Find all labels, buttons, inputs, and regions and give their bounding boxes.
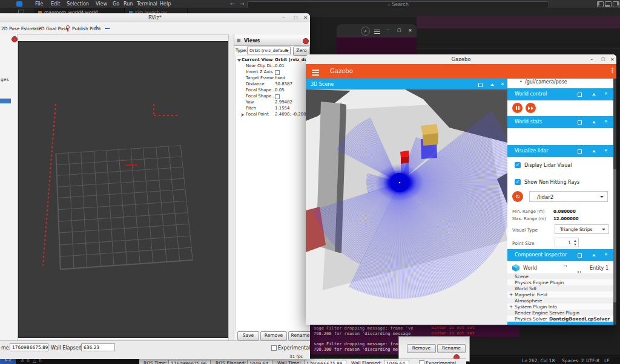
component-row[interactable]: World Sdf — [507, 285, 613, 291]
float-panel-icon[interactable] — [578, 93, 582, 97]
component-row[interactable]: Physics SolverDantzigBoxedLcpSolver — [507, 316, 613, 322]
remove-button[interactable]: Remove — [407, 344, 436, 353]
component-row[interactable]: +System Plugin Info — [507, 304, 613, 310]
back-icon[interactable]: ← — [230, 1, 235, 7]
menu-file[interactable]: File — [35, 1, 43, 7]
experimental-checkbox[interactable] — [271, 345, 277, 351]
spin-up-icon[interactable] — [574, 240, 576, 242]
component-row[interactable]: +Magnetic Field — [507, 291, 613, 297]
focal-shape-checkbox[interactable] — [275, 94, 280, 99]
remove-button[interactable]: Remove — [260, 331, 287, 340]
refresh-topic-button[interactable]: ↻ — [512, 191, 523, 202]
terminal-titlebar[interactable]: ⌕ – ▢ ✕ — [337, 24, 417, 37]
menu-terminal[interactable]: Terminal — [137, 1, 157, 7]
visualize-lidar-header[interactable]: Visualize lidar ✕ — [507, 145, 613, 157]
maximize-icon[interactable]: ▢ — [294, 15, 298, 20]
component-row[interactable]: Atmosphere — [507, 297, 613, 304]
terminal-close-icon[interactable]: ✕ — [408, 28, 412, 33]
terminal-output-fragment[interactable]: sage Filter dropping message: frame 've … — [310, 337, 398, 354]
close-panel-icon[interactable]: ✕ — [604, 148, 608, 153]
add-tool-icon[interactable]: + — [94, 24, 99, 31]
terminal-maximize-icon[interactable]: ▢ — [397, 28, 401, 33]
minimize-icon[interactable]: – — [590, 56, 593, 62]
collapse-panel-icon[interactable] — [592, 121, 596, 123]
menu-help[interactable]: Help — [160, 1, 171, 7]
menu-icon[interactable] — [312, 68, 319, 77]
rename-button[interactable]: Rename — [437, 344, 466, 353]
display-lidar-checkbox[interactable]: ✓ — [515, 162, 521, 168]
toggle-layout-icon[interactable] — [613, 1, 619, 7]
expand-arrow-icon[interactable] — [237, 59, 241, 62]
menu-go[interactable]: Go — [113, 1, 119, 7]
maximize-icon[interactable]: ▢ — [601, 57, 605, 62]
indentation[interactable]: Spaces: 2 — [562, 358, 584, 363]
pause-button[interactable] — [512, 103, 523, 113]
scrollbar-thumb[interactable] — [613, 169, 616, 302]
toggle-sidebar-icon[interactable] — [597, 1, 604, 7]
tree-row[interactable]: Focal Shape... — [236, 94, 309, 100]
terminal-search-icon[interactable]: ⌕ — [361, 27, 370, 36]
lidar-topic-dropdown[interactable]: /lidar2 — [529, 191, 608, 202]
menu-selection[interactable]: Selection — [67, 1, 89, 7]
eol[interactable]: LF — [604, 358, 610, 363]
close-panel-icon[interactable]: ✕ — [604, 252, 608, 257]
tree-row[interactable]: Current View Orbit (rviz_defa — [236, 57, 309, 63]
tree-row[interactable]: Near Clip Di... 0.01 — [236, 63, 309, 70]
rviz-3d-viewport[interactable] — [18, 41, 229, 338]
float-panel-icon[interactable] — [578, 149, 582, 154]
close-panel-icon[interactable]: ✕ — [604, 91, 608, 96]
tree-row[interactable]: Invert Z Axis — [236, 70, 309, 76]
collapse-panel-icon[interactable] — [592, 254, 596, 256]
camera-pose-topic[interactable]: /gui/camera/pose — [525, 79, 567, 85]
wall-time-field[interactable]: 1760986675.89 — [304, 360, 346, 364]
world-control-header[interactable]: World control ✕ — [507, 88, 613, 100]
panel-close-icon[interactable] — [303, 38, 309, 44]
displays-item-fragment[interactable]: ges — [1, 77, 8, 82]
tree-row[interactable]: Focal Point 2.4096; -0.20037 — [236, 112, 309, 118]
close-icon[interactable]: ✕ — [610, 57, 615, 62]
gazebo-3d-scene[interactable] — [306, 89, 507, 325]
tree-row[interactable]: Distance 30.8387 — [236, 82, 309, 88]
terminal-menu-icon[interactable] — [374, 28, 380, 35]
menu-run[interactable]: Run — [124, 1, 133, 7]
cursor-position[interactable]: Ln 262, Col 18 — [522, 358, 555, 363]
toggle-panel-icon[interactable] — [605, 1, 612, 7]
wall-time-field[interactable]: 1760986675.89 — [10, 343, 48, 351]
world-stats-header[interactable]: World stats ✕ — [507, 116, 613, 128]
float-panel-icon[interactable] — [578, 120, 582, 125]
remove-tool-icon[interactable] — [105, 28, 110, 29]
visual-type-dropdown[interactable]: Triangle Strips — [555, 224, 609, 234]
collapse-panel-icon[interactable] — [592, 150, 596, 152]
minimize-icon[interactable]: – — [282, 15, 285, 21]
float-panel-icon[interactable] — [478, 83, 483, 87]
tree-row[interactable]: Yaw 2.99482 — [236, 100, 309, 106]
invert-z-checkbox[interactable] — [275, 70, 280, 75]
component-inspector-header[interactable]: Component inspector ✕ — [507, 249, 613, 261]
rviz-titlebar[interactable]: RViz* – ▢ ✕ — [0, 13, 310, 23]
encoding[interactable]: UTF-8 — [586, 358, 599, 363]
tree-row[interactable]: Focal Shape... 0.05 — [236, 88, 309, 94]
kebab-menu-icon[interactable]: ⋮ — [609, 67, 616, 74]
point-size-stepper[interactable]: 1 — [555, 238, 579, 247]
ros-time-field[interactable]: 1760986675.96 — [168, 360, 211, 364]
panel-close-icon[interactable] — [12, 36, 18, 42]
menu-view[interactable]: View — [96, 1, 107, 7]
terminal-output-fragment[interactable]: sage Filter dropping message: frame 've … — [310, 325, 519, 337]
expand-arrow-icon[interactable] — [242, 113, 244, 117]
component-row[interactable]: Render Engine Server Plugin — [507, 310, 613, 316]
collapse-panel-icon[interactable] — [490, 83, 494, 86]
search-input[interactable]: ⌕ Search — [247, 1, 549, 8]
tree-row[interactable]: Pitch 1.1554 — [236, 106, 309, 112]
component-row[interactable]: Scene — [507, 273, 613, 279]
step-button[interactable] — [526, 103, 536, 113]
close-panel-icon[interactable]: ✕ — [604, 119, 608, 124]
expand-plus-icon[interactable]: + — [509, 292, 513, 297]
expand-plus-icon[interactable]: + — [509, 304, 513, 310]
views-panel-header[interactable]: ▦ Views — [234, 36, 310, 46]
selected-display-item[interactable] — [0, 99, 11, 103]
forward-icon[interactable]: → — [240, 1, 245, 7]
float-panel-icon[interactable] — [578, 253, 582, 258]
experimental-checkbox[interactable] — [419, 360, 424, 364]
nonhitting-rays-checkbox[interactable]: ✓ — [515, 179, 521, 185]
close-panel-icon[interactable]: ✕ — [501, 82, 504, 86]
